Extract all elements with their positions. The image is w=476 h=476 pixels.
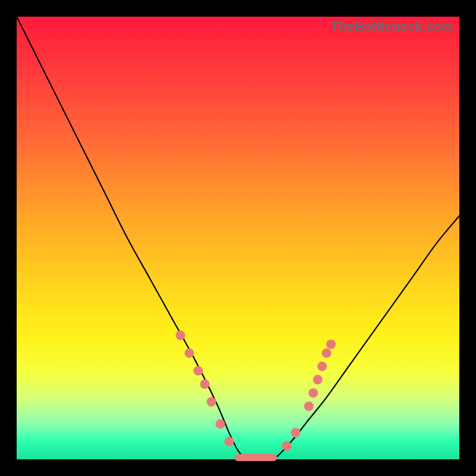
- plot-area: TheBottleneck.com: [17, 17, 459, 459]
- curve-marker: [322, 348, 331, 358]
- curve-marker: [193, 366, 203, 375]
- bottleneck-curve: [17, 17, 459, 461]
- curve-marker: [184, 348, 194, 358]
- curve-marker: [206, 397, 216, 406]
- curve-marker: [313, 375, 322, 384]
- curve-svg: [17, 17, 459, 459]
- chart-frame: TheBottleneck.com: [0, 0, 476, 476]
- curve-marker: [317, 362, 327, 371]
- curve-marker: [304, 402, 314, 411]
- curve-marker: [326, 340, 336, 349]
- curve-marker: [308, 388, 318, 397]
- curve-marker: [176, 331, 185, 340]
- curve-marker: [215, 419, 225, 428]
- curve-markers: [176, 331, 336, 451]
- curve-marker: [200, 380, 209, 389]
- curve-marker: [224, 437, 234, 446]
- curve-marker: [291, 428, 300, 437]
- curve-marker: [282, 441, 292, 451]
